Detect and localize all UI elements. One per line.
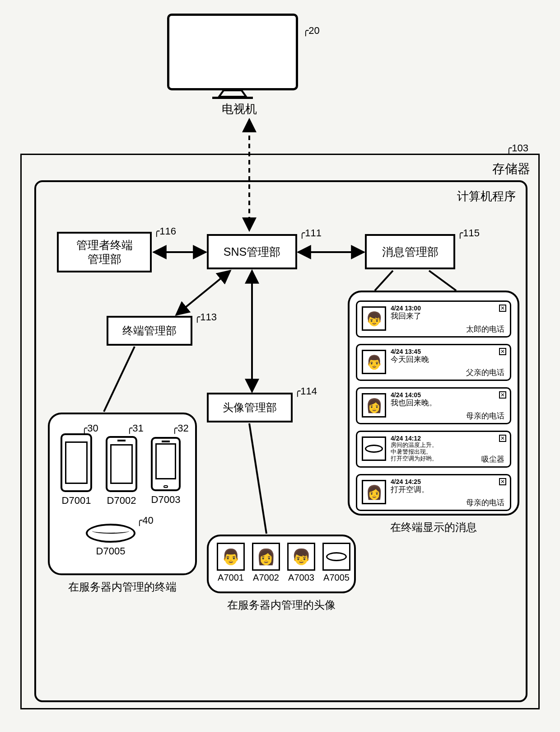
message-body: 我回来了	[391, 312, 496, 321]
program-container: 计算机程序 管理者终端 管理部 ╭116 SNS管理部 ╭111 消息管理部 ╭…	[34, 180, 527, 702]
avatar-module: 头像管理部	[207, 393, 293, 422]
message-timestamp: 4/24 14:05	[391, 391, 421, 399]
message-card: 👦 4/24 13:00 我回来了 太郎的电话 ✕	[356, 300, 511, 338]
close-icon[interactable]: ✕	[499, 348, 506, 355]
avatar-a7001: 👨 A7001	[217, 543, 245, 583]
admin-terminal-module: 管理者终端 管理部	[57, 232, 152, 272]
message-body: 今天回来晚	[391, 355, 496, 364]
message-sender: 太郎的电话	[466, 324, 504, 334]
memory-container: 存储器 计算机程序 管理者终端 管理部 ╭116 SNS管理部 ╭111 消息管…	[20, 154, 540, 709]
message-sender: 父亲的电话	[466, 367, 504, 378]
device-d7002: D7002	[106, 436, 137, 507]
terminal-ref: ╭113	[194, 311, 217, 323]
message-sender: 母亲的电话	[466, 411, 504, 421]
face-woman-icon: 👩	[362, 480, 386, 504]
face-woman-icon: 👩	[252, 543, 280, 571]
close-icon[interactable]: ✕	[499, 478, 506, 485]
svg-line-5	[104, 347, 135, 412]
message-card: 4/24 14:12 房间的温度上升。 中暑警报出现。 打开空调为好哟。 吸尘器…	[356, 431, 511, 468]
device-ref-3: ╭40	[136, 515, 154, 526]
avatars-bubble-caption: 在服务器内管理的头像	[207, 598, 356, 612]
message-body: 打开空调。	[391, 485, 496, 494]
message-card: 👨 4/24 13:45 今天回来晚 父亲的电话 ✕	[356, 344, 511, 381]
terminals-managed-bubble: ╭30 ╭31 ╭32 ╭40 D7001 D7002 D7003	[48, 413, 197, 575]
admin-terminal-ref: ╭116	[154, 225, 176, 237]
terminals-bubble-caption: 在服务器内管理的终端	[48, 580, 197, 594]
close-icon[interactable]: ✕	[499, 305, 506, 312]
memory-label: 存储器	[492, 160, 530, 178]
phone-icon	[151, 437, 181, 491]
robot-vacuum-icon	[86, 524, 135, 543]
tv-icon	[167, 14, 298, 99]
message-timestamp: 4/24 14:25	[391, 478, 421, 485]
message-sender: 吸尘器	[481, 454, 504, 465]
message-module: 消息管理部	[365, 234, 455, 269]
message-timestamp: 4/24 13:00	[391, 305, 421, 312]
face-glasses-icon: 👨	[362, 350, 386, 374]
close-icon[interactable]: ✕	[499, 391, 506, 399]
avatar-a7002: 👩 A7002	[252, 543, 280, 583]
device-d7001: D7001	[61, 433, 92, 507]
face-glasses-icon: 👨	[217, 543, 245, 571]
tv-label: 电视机	[163, 101, 316, 117]
face-boy-icon: 👦	[287, 543, 315, 571]
sns-ref: ╭111	[299, 227, 322, 239]
sns-module: SNS管理部	[207, 234, 297, 269]
device-d7003: D7003	[151, 437, 181, 506]
device-ref-1: ╭31	[126, 422, 144, 434]
message-body: 房间的温度上升。 中暑警报出现。 打开空调为好哟。	[391, 442, 496, 462]
svg-rect-0	[212, 97, 253, 99]
messages-bubble: 👦 4/24 13:00 我回来了 太郎的电话 ✕ 👨 4/24 13:45 今…	[348, 291, 519, 516]
message-sender: 母亲的电话	[466, 497, 504, 508]
messages-bubble-caption: 在终端显示的消息	[348, 520, 519, 535]
avatars-managed-bubble: 👨 A7001 👩 A7002 👦 A7003 A7005	[207, 535, 356, 593]
tv-block: 电视机	[163, 14, 316, 117]
memory-ref: ╭103	[506, 142, 528, 154]
robot-vacuum-icon	[322, 543, 350, 571]
robot-vacuum-icon	[362, 436, 386, 461]
program-label: 计算机程序	[457, 188, 516, 204]
phone-icon	[106, 436, 137, 492]
device-ref-0: ╭30	[81, 422, 98, 434]
face-woman-icon: 👩	[362, 393, 386, 418]
svg-line-8	[375, 271, 393, 291]
device-d7005: D7005	[86, 524, 135, 557]
phone-icon	[61, 433, 92, 492]
avatar-a7005: A7005	[322, 543, 350, 583]
terminal-module: 终端管理部	[107, 316, 192, 346]
avatar-ref: ╭114	[294, 385, 317, 397]
close-icon[interactable]: ✕	[499, 435, 506, 442]
face-boy-icon: 👦	[362, 306, 386, 331]
svg-line-6	[249, 423, 266, 534]
message-timestamp: 4/24 14:12	[391, 435, 421, 442]
svg-line-3	[176, 271, 230, 315]
message-ref: ╭115	[457, 227, 480, 239]
message-timestamp: 4/24 13:45	[391, 348, 421, 355]
svg-line-7	[429, 271, 456, 291]
device-ref-2: ╭32	[172, 422, 189, 434]
message-body: 我也回来晚。	[391, 399, 496, 408]
message-card: 👩 4/24 14:25 打开空调。 母亲的电话 ✕	[356, 474, 511, 511]
avatar-a7003: 👦 A7003	[287, 543, 315, 583]
tv-ref: ╭20	[303, 25, 320, 37]
message-card: 👩 4/24 14:05 我也回来晚。 母亲的电话 ✕	[356, 387, 511, 424]
